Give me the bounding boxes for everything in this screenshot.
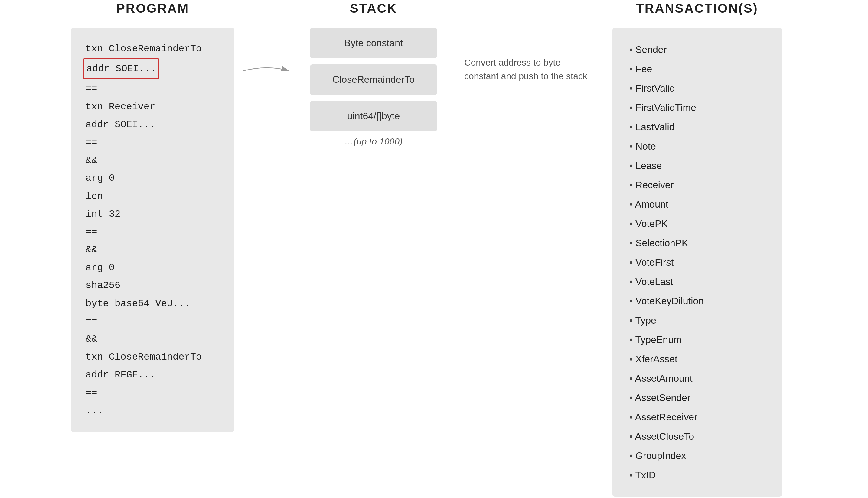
stack-card: uint64/[]byte (310, 101, 437, 131)
program-line: && (86, 241, 220, 259)
stack-items: Byte constantCloseRemainderTouint64/[]by… (310, 28, 437, 131)
program-line: txn CloseRemainderTo (86, 348, 220, 366)
program-line: byte base64 VeU... (86, 294, 220, 313)
transaction-item: AssetReceiver (629, 407, 765, 427)
program-line: txn CloseRemainderTo (86, 40, 220, 58)
stack-ellipsis: …(up to 1000) (344, 136, 403, 146)
transaction-item: Type (629, 311, 765, 330)
transaction-item: TxID (629, 466, 765, 485)
transaction-item: VoteFirst (629, 253, 765, 272)
program-line-highlighted: addr SOEI... (83, 58, 159, 79)
program-line: arg 0 (86, 169, 220, 187)
stack-column: STACK Byte constantCloseRemainderTouint6… (301, 1, 446, 146)
program-line: == (86, 313, 220, 330)
program-line: && (86, 330, 220, 348)
transaction-item: SelectionPK (629, 233, 765, 253)
transaction-item: FirstValid (629, 79, 765, 98)
arrow-icon (240, 62, 295, 80)
stack-card: Byte constant (310, 28, 437, 58)
transaction-item: AssetAmount (629, 369, 765, 388)
transaction-item: VotePK (629, 214, 765, 233)
description-text: Convert address to byte constant and pus… (464, 56, 591, 83)
program-line: == (86, 384, 220, 402)
transaction-item: Note (629, 136, 765, 156)
transactions-column: TRANSACTION(S) SenderFeeFirstValidFirstV… (591, 1, 803, 497)
program-line: addr RFGE... (86, 366, 220, 384)
transaction-item: Fee (629, 59, 765, 79)
program-line: && (86, 152, 220, 169)
transaction-item: FirstValidTime (629, 98, 765, 117)
program-line: == (86, 134, 220, 152)
transaction-item: Sender (629, 40, 765, 59)
transaction-item: AssetCloseTo (629, 427, 765, 446)
transaction-item: Receiver (629, 175, 765, 195)
transaction-item: Amount (629, 195, 765, 214)
program-line: len (86, 187, 220, 205)
stack-card: CloseRemainderTo (310, 64, 437, 95)
program-title: PROGRAM (116, 1, 189, 16)
transaction-item: LastValid (629, 117, 765, 136)
transaction-item: VoteKeyDilution (629, 291, 765, 311)
program-line: addr SOEI... (86, 116, 220, 134)
transactions-box: SenderFeeFirstValidFirstValidTimeLastVal… (612, 28, 782, 497)
program-line: == (86, 223, 220, 241)
transaction-item: GroupIndex (629, 446, 765, 466)
transaction-item: Lease (629, 156, 765, 175)
transaction-item: TypeEnum (629, 330, 765, 349)
transactions-list: SenderFeeFirstValidFirstValidTimeLastVal… (629, 40, 765, 485)
program-line: txn Receiver (86, 98, 220, 116)
program-line: == (86, 80, 220, 97)
program-line: sha256 (86, 276, 220, 294)
program-line: arg 0 (86, 259, 220, 276)
program-line: int 32 (86, 205, 220, 223)
transaction-item: XferAsset (629, 349, 765, 369)
program-box: txn CloseRemainderToaddr SOEI...==txn Re… (71, 28, 234, 432)
program-column: PROGRAM txn CloseRemainderToaddr SOEI...… (65, 1, 240, 432)
main-container: PROGRAM txn CloseRemainderToaddr SOEI...… (41, 0, 827, 498)
description-column: Convert address to byte constant and pus… (446, 1, 591, 83)
arrow-container (240, 1, 301, 80)
transactions-title: TRANSACTION(S) (636, 1, 758, 16)
stack-title: STACK (350, 1, 397, 16)
transaction-item: AssetSender (629, 388, 765, 407)
transaction-item: VoteLast (629, 272, 765, 291)
program-line: ... (86, 402, 220, 420)
